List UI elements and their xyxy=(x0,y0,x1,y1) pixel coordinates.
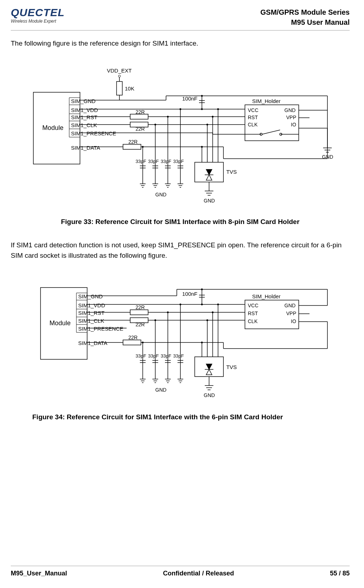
svg-point-58 xyxy=(154,124,156,126)
lbl2-simgnd: SIM_GND xyxy=(78,293,103,299)
svg-point-90 xyxy=(217,108,219,110)
svg-rect-113 xyxy=(123,340,141,345)
svg-point-171 xyxy=(212,312,213,313)
holder-clk: CLK xyxy=(248,122,258,127)
gnd2-b1: GND xyxy=(155,387,166,393)
lbl-simgnd: SIM_GND xyxy=(71,98,96,104)
figure33-caption: Figure 33: Reference Circuit for SIM1 In… xyxy=(11,218,350,226)
svg-rect-20 xyxy=(130,114,148,119)
module-label: Module xyxy=(42,124,63,131)
holder-vcc: VCC xyxy=(248,107,259,113)
holder-label: SIM_Holder xyxy=(252,98,280,104)
logo-sub: Wireless Module Expert xyxy=(11,19,65,24)
figure34-diagram: Module SIM_GND SIM1_VDD SIM1_RST SIM1_CL… xyxy=(23,268,338,404)
lbl2-sim1rst: SIM1_RST xyxy=(78,310,104,316)
r22-2: 22R xyxy=(136,126,145,132)
svg-rect-22 xyxy=(123,144,141,149)
holder-vpp: VPP xyxy=(286,115,296,120)
svg-rect-111 xyxy=(130,310,148,315)
footer-mid: Confidential / Released xyxy=(163,570,234,577)
footer-right: 55 / 85 xyxy=(330,570,350,577)
holder-io: IO xyxy=(291,122,296,127)
svg-line-42 xyxy=(262,130,280,134)
svg-point-35 xyxy=(201,108,203,110)
svg-point-87 xyxy=(201,146,203,148)
intro-text-1: The following figure is the reference de… xyxy=(11,39,350,47)
svg-point-130 xyxy=(201,304,203,305)
holder2-vpp: VPP xyxy=(286,311,296,316)
header-series: GSM/GPRS Module Series xyxy=(260,7,350,17)
footer-left: M95_User_Manual xyxy=(11,570,67,577)
r10k: 10K xyxy=(125,85,134,92)
figure33-diagram: Module SIM_GND SIM1_VDD SIM1_RST SIM1_CL… xyxy=(23,55,338,209)
holder-gnd: GND xyxy=(284,107,296,113)
tvs2-label: TVS xyxy=(226,364,237,370)
svg-point-129 xyxy=(201,289,203,290)
holder2-io: IO xyxy=(291,318,296,324)
c33-3: 33pF xyxy=(161,159,171,164)
c33-2: 33pF xyxy=(148,159,159,164)
module-label-2: Module xyxy=(49,319,71,327)
holder-rst: RST xyxy=(248,115,258,120)
lbl-sim1vdd: SIM1_VDD xyxy=(71,107,98,113)
svg-point-17 xyxy=(118,75,120,77)
page-header: QUECTEL Wireless Module Expert GSM/GPRS … xyxy=(11,7,350,31)
holder2-label: SIM_Holder xyxy=(252,293,280,299)
vddext: VDD_EXT xyxy=(107,67,132,74)
lbl-sim1pres: SIM1_PRESENCE xyxy=(71,130,116,136)
c33b-1: 33pF xyxy=(136,353,146,359)
figure33-wrap: Module SIM_GND SIM1_VDD SIM1_RST SIM1_CL… xyxy=(11,55,350,209)
svg-point-142 xyxy=(179,304,181,305)
header-right: GSM/GPRS Module Series M95 User Manual xyxy=(260,7,350,27)
lbl-sim1data: SIM1_DATA xyxy=(71,145,100,151)
lbl-sim1clk: SIM1_CLK xyxy=(71,122,97,128)
svg-point-172 xyxy=(217,304,219,305)
figure34-wrap: Module SIM_GND SIM1_VDD SIM1_RST SIM1_CL… xyxy=(11,268,350,404)
gnd-right: GND xyxy=(322,154,333,160)
holder2-rst: RST xyxy=(248,311,258,316)
holder2-gnd: GND xyxy=(284,303,296,308)
r22-3: 22R xyxy=(128,139,138,145)
svg-marker-91 xyxy=(206,169,212,175)
svg-point-139 xyxy=(142,342,143,344)
svg-marker-174 xyxy=(206,369,212,375)
svg-point-140 xyxy=(154,319,156,321)
gnd2-b2: GND xyxy=(204,392,215,398)
lbl2-sim1vdd: SIM1_VDD xyxy=(78,302,105,308)
logo-block: QUECTEL Wireless Module Expert xyxy=(11,7,65,24)
svg-point-60 xyxy=(179,108,181,110)
r22b-3: 22R xyxy=(128,335,138,340)
r22-1: 22R xyxy=(136,109,145,115)
r22b-2: 22R xyxy=(136,322,145,327)
gnd-b2: GND xyxy=(204,198,215,204)
svg-point-141 xyxy=(167,312,169,313)
header-manual: M95 User Manual xyxy=(260,17,350,27)
c33b-3: 33pF xyxy=(161,353,171,359)
svg-point-170 xyxy=(206,319,208,321)
svg-rect-16 xyxy=(117,81,122,95)
svg-point-57 xyxy=(142,146,143,148)
c33-1: 33pF xyxy=(136,159,146,164)
intro-text-2: If SIM1 card detection function is not u… xyxy=(11,240,350,261)
c100n-2: 100nF xyxy=(182,291,198,297)
page: QUECTEL Wireless Module Expert GSM/GPRS … xyxy=(0,0,364,588)
svg-point-34 xyxy=(201,95,203,97)
svg-marker-92 xyxy=(206,175,212,180)
svg-point-88 xyxy=(206,124,208,126)
r22b-1: 22R xyxy=(136,304,145,310)
lbl-sim1rst: SIM1_RST xyxy=(71,114,97,120)
svg-marker-173 xyxy=(206,364,212,369)
lbl2-sim1data: SIM1_DATA xyxy=(78,340,107,346)
page-footer: M95_User_Manual Confidential / Released … xyxy=(11,566,350,577)
c33b-2: 33pF xyxy=(148,353,159,359)
gnd-b1: GND xyxy=(155,192,166,197)
c33-4: 33pF xyxy=(173,159,184,164)
c100n: 100nF xyxy=(182,95,198,102)
holder2-vcc: VCC xyxy=(248,303,259,308)
tvs-label: TVS xyxy=(226,169,237,175)
c33b-4: 33pF xyxy=(173,353,184,359)
svg-point-169 xyxy=(201,342,203,344)
figure34-caption: Figure 34: Reference Circuit for SIM1 In… xyxy=(11,413,350,421)
lbl2-sim1pres: SIM1_PRESENCE xyxy=(78,326,123,332)
logo-main: QUECTEL xyxy=(11,7,65,18)
